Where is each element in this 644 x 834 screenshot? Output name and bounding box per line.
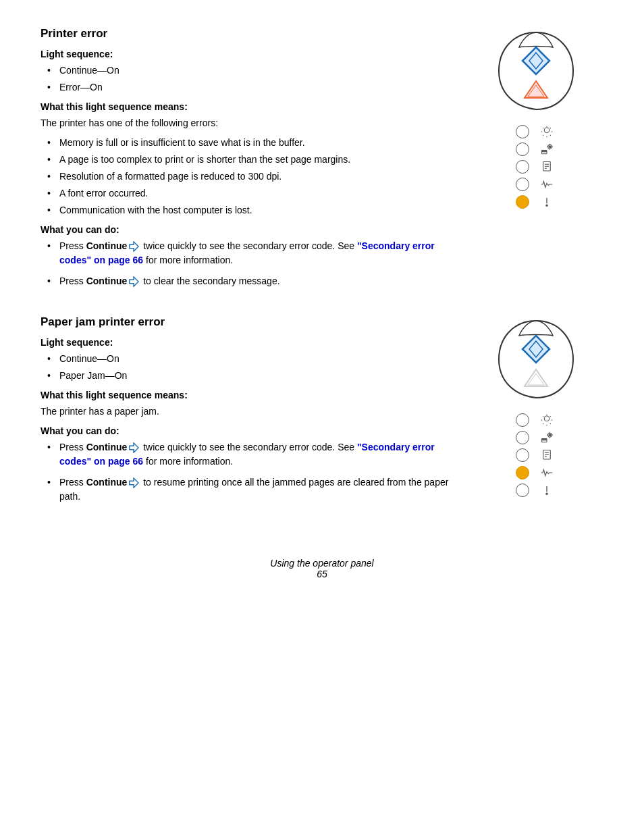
led-off: [516, 413, 529, 427]
led-icon: [537, 161, 556, 173]
led-row: [516, 431, 556, 444]
light-sequence-label: Light sequence:: [41, 49, 455, 59]
footer-page: 65: [41, 569, 603, 579]
led-row: [516, 466, 556, 479]
svg-line-8: [543, 135, 543, 136]
footer-text: Using the operator panel: [41, 558, 603, 569]
led-icon: [537, 432, 556, 444]
list-item: Continue—On: [47, 352, 455, 366]
led-row: [516, 195, 556, 209]
what-do-list: Press Continue twice quickly to see the …: [47, 239, 455, 288]
led-off: [516, 142, 529, 156]
svg-marker-2: [525, 81, 547, 98]
led-off: [516, 125, 529, 138]
led-off: [516, 160, 529, 174]
light-sequence-list: Continue—OnError—On: [47, 63, 455, 95]
list-item: A font error occurred.: [47, 186, 455, 201]
svg-line-35: [543, 423, 543, 424]
text-col: Printer errorLight sequence:Continue—OnE…: [41, 27, 468, 295]
continue-icon: [128, 276, 139, 287]
led-icon: [537, 178, 556, 190]
list-item: Press Continue to clear the secondary me…: [47, 274, 455, 288]
section-title: Printer error: [41, 27, 455, 41]
svg-line-37: [550, 423, 551, 424]
svg-line-6: [543, 128, 543, 128]
what-means-label: What this light sequence means:: [41, 101, 455, 112]
svg-rect-41: [542, 439, 546, 440]
sections-container: Printer errorLight sequence:Continue—OnE…: [41, 27, 603, 531]
led-icon: [537, 414, 556, 426]
led-row: [516, 178, 556, 191]
page-footer: Using the operator panel 65: [41, 558, 603, 579]
svg-point-31: [544, 416, 549, 421]
list-item: Paper Jam—On: [47, 369, 455, 383]
what-means-body: The printer has a paper jam.: [41, 405, 455, 419]
led-icon: [537, 449, 556, 461]
led-on: [516, 195, 529, 209]
led-row: [516, 125, 556, 138]
what-do-label: What you can do:: [41, 425, 455, 436]
led-row: [516, 484, 556, 497]
continue-text: Continue: [86, 477, 128, 488]
list-item: Continue—On: [47, 63, 455, 78]
what-do-label: What you can do:: [41, 224, 455, 235]
list-item: Communication with the host computer is …: [47, 203, 455, 217]
led-off: [516, 431, 529, 444]
list-item: Press Continue to resume printing once a…: [47, 475, 455, 504]
led-icon: [537, 484, 556, 496]
list-item: Error—On: [47, 80, 455, 95]
section-paper-jam: Paper jam printer errorLight sequence:Co…: [41, 315, 603, 511]
led-icon: [537, 126, 556, 138]
led-panel: [516, 125, 556, 209]
continue-icon: [128, 477, 139, 488]
continue-text: Continue: [86, 240, 128, 251]
svg-point-16: [549, 146, 551, 148]
section-printer-error: Printer errorLight sequence:Continue—OnE…: [41, 27, 603, 295]
svg-rect-14: [542, 151, 546, 152]
section-title: Paper jam printer error: [41, 315, 455, 329]
list-item: A page is too complex to print or is sho…: [47, 153, 455, 167]
led-icon: [537, 467, 556, 479]
list-item: Resolution of a formatted page is reduce…: [47, 170, 455, 184]
list-item: Press Continue twice quickly to see the …: [47, 239, 455, 267]
what-means-label: What this light sequence means:: [41, 390, 455, 400]
svg-point-43: [549, 434, 551, 436]
diagram-col: [468, 27, 603, 295]
page-content: Printer errorLight sequence:Continue—OnE…: [41, 27, 603, 579]
svg-line-12: [550, 128, 551, 128]
led-off: [516, 484, 529, 497]
svg-marker-29: [525, 369, 547, 386]
printer-diagram: [492, 315, 580, 403]
svg-marker-27: [522, 336, 549, 363]
light-sequence-label: Light sequence:: [41, 337, 455, 348]
continue-icon: [128, 241, 139, 252]
led-row: [516, 448, 556, 462]
what-do-list: Press Continue twice quickly to see the …: [47, 440, 455, 504]
led-icon: [537, 143, 556, 155]
what-means-body: The printer has one of the following err…: [41, 116, 455, 130]
led-off: [516, 178, 529, 191]
continue-text: Continue: [86, 276, 128, 286]
diagram-col: [468, 315, 603, 511]
led-on: [516, 466, 529, 479]
list-item: Memory is full or is insufficient to sav…: [47, 136, 455, 150]
led-icon: [537, 196, 556, 208]
led-row: [516, 142, 556, 156]
svg-point-4: [544, 128, 549, 133]
light-sequence-list: Continue—OnPaper Jam—On: [47, 352, 455, 383]
svg-line-33: [543, 416, 543, 417]
svg-point-26: [546, 205, 547, 206]
led-panel: [516, 413, 556, 497]
svg-line-10: [550, 135, 551, 136]
svg-marker-0: [522, 47, 549, 74]
led-row: [516, 160, 556, 174]
led-off: [516, 448, 529, 462]
continue-icon: [128, 442, 139, 453]
what-means-list: Memory is full or is insufficient to sav…: [47, 136, 455, 217]
continue-text: Continue: [86, 442, 128, 452]
list-item: Press Continue twice quickly to see the …: [47, 440, 455, 469]
svg-line-39: [550, 416, 551, 417]
svg-point-53: [546, 493, 547, 494]
led-row: [516, 413, 556, 427]
text-col: Paper jam printer errorLight sequence:Co…: [41, 315, 468, 511]
